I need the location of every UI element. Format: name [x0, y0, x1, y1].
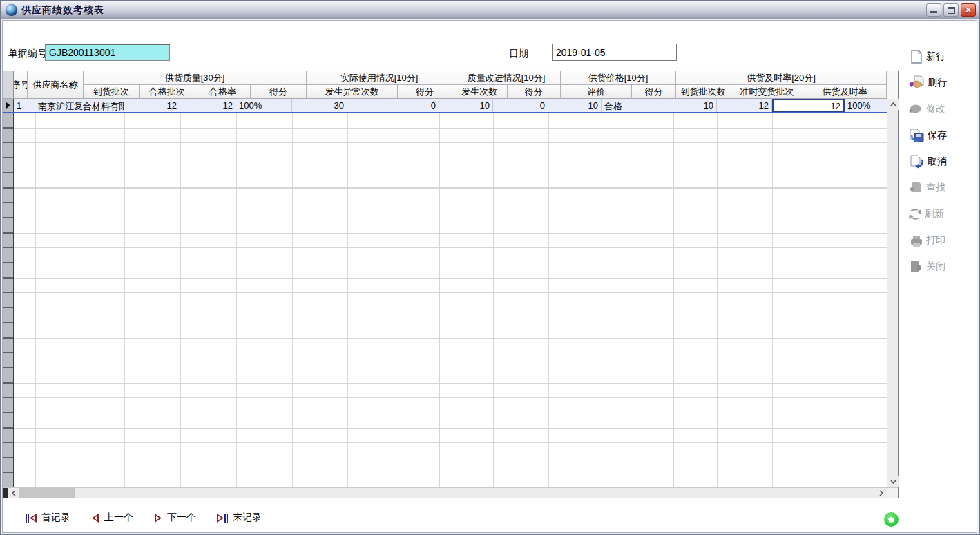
- col-header[interactable]: 准时交货批次: [731, 85, 804, 98]
- pane-splitter[interactable]: [3, 488, 8, 498]
- scroll-up-button[interactable]: [887, 99, 899, 110]
- last-record-button[interactable]: 末记录: [217, 511, 262, 524]
- col-header[interactable]: 得分: [508, 85, 561, 98]
- chevron-up-icon: [890, 102, 896, 106]
- group-label: 供货质量[30分]: [84, 71, 306, 85]
- save-icon: [907, 128, 925, 143]
- group-label: 质量改进情况[10分]: [452, 71, 560, 85]
- col-header[interactable]: 合格批次: [140, 85, 195, 98]
- vertical-scrollbar[interactable]: [887, 71, 898, 487]
- print-icon: [907, 234, 924, 247]
- chevron-left-icon: [12, 490, 16, 496]
- col-header[interactable]: 得分: [251, 85, 306, 98]
- close-icon: ✕: [961, 4, 975, 16]
- scroll-down-button[interactable]: [887, 476, 899, 487]
- new-row-button[interactable]: 新行: [907, 48, 971, 65]
- first-record-button[interactable]: 首记录: [26, 511, 70, 524]
- cell[interactable]: 12: [180, 99, 236, 112]
- delete-row-icon: [907, 75, 925, 91]
- col-header[interactable]: 合格率: [195, 85, 251, 98]
- delete-row-button[interactable]: 删行: [907, 75, 971, 91]
- col-header-supplier[interactable]: 供应商名称: [28, 71, 84, 98]
- col-header[interactable]: 得分: [398, 85, 452, 98]
- first-record-icon: [26, 514, 37, 523]
- maximize-button[interactable]: [943, 3, 959, 17]
- cell[interactable]: 0: [347, 99, 439, 112]
- print-button[interactable]: 打印: [907, 232, 971, 249]
- table-row[interactable]: 1 南京沪江复合材料有限公司 12 12 100% 30 0 10 0 10 合…: [3, 99, 887, 113]
- minimize-button[interactable]: [926, 3, 941, 17]
- next-record-icon: [154, 514, 162, 523]
- confirm-green-icon[interactable]: [884, 512, 899, 527]
- record-indicator-column: [3, 113, 14, 487]
- group-label: 供货及时率[20分]: [676, 71, 886, 85]
- col-header[interactable]: 到货批次: [84, 85, 140, 98]
- horizontal-scroll-track[interactable]: [75, 488, 876, 498]
- cell[interactable]: 0: [493, 99, 548, 112]
- cell[interactable]: 10: [439, 99, 493, 112]
- chevron-down-icon: [890, 480, 896, 484]
- close-button[interactable]: ✕: [961, 3, 976, 17]
- group-label: 实际使用情况[10分]: [307, 71, 452, 85]
- last-record-icon: [217, 514, 228, 523]
- find-icon: [907, 180, 924, 196]
- col-header[interactable]: 发生次数: [452, 85, 508, 98]
- group-label: 供货价格[10分]: [561, 71, 675, 85]
- selected-cell[interactable]: 12: [772, 99, 845, 112]
- cancel-button[interactable]: 取消: [907, 153, 971, 170]
- group-improvement: 质量改进情况[10分] 发生次数 得分: [452, 71, 561, 98]
- scroll-right-button[interactable]: [876, 488, 887, 498]
- cell[interactable]: 100%: [236, 99, 292, 112]
- doc-number-input[interactable]: [45, 44, 170, 61]
- cancel-icon: [907, 154, 925, 169]
- col-header[interactable]: 得分: [632, 85, 675, 98]
- record-navigator: 首记录 上一个 下一个: [3, 507, 899, 528]
- modify-icon: [907, 102, 924, 116]
- scroll-left-button[interactable]: [8, 488, 19, 498]
- next-record-button[interactable]: 下一个: [154, 511, 196, 524]
- vertical-scroll-track[interactable]: [887, 110, 898, 476]
- grid-header: 序号 供应商名称 供货质量[30分] 到货批次 合格批次 合格率 得分: [3, 71, 887, 99]
- col-header[interactable]: 发生异常次数: [307, 85, 398, 98]
- col-header[interactable]: 到货批次数: [676, 85, 731, 98]
- previous-record-icon: [91, 514, 99, 523]
- col-header[interactable]: 供货及时率: [803, 85, 886, 98]
- refresh-icon: [907, 207, 923, 222]
- horizontal-scrollbar[interactable]: [3, 487, 898, 498]
- cell[interactable]: 12: [124, 99, 180, 112]
- group-quality: 供货质量[30分] 到货批次 合格批次 合格率 得分: [84, 71, 307, 98]
- grid-body: 1 南京沪江复合材料有限公司 12 12 100% 30 0 10 0 10 合…: [3, 99, 887, 487]
- date-label: 日期: [509, 48, 528, 60]
- date-input[interactable]: [552, 44, 677, 61]
- cell-seq[interactable]: 1: [14, 99, 35, 112]
- cell[interactable]: 10: [548, 99, 602, 112]
- current-row-indicator: [3, 99, 14, 112]
- app-window: 供应商绩效考核表 ✕ 单据编号 日期 序号 供应商名称: [0, 0, 980, 535]
- horizontal-scroll-thumb[interactable]: [19, 488, 75, 498]
- col-header-seq[interactable]: 序号: [14, 71, 28, 98]
- previous-record-button[interactable]: 上一个: [91, 511, 133, 524]
- cell[interactable]: 100%: [845, 99, 887, 112]
- minimize-icon: [930, 11, 937, 13]
- find-button[interactable]: 查找: [907, 180, 971, 196]
- cell[interactable]: 12: [717, 99, 772, 112]
- cell-supplier[interactable]: 南京沪江复合材料有限公司: [35, 99, 124, 112]
- col-header[interactable]: 评价: [561, 85, 632, 98]
- save-button[interactable]: 保存: [907, 127, 971, 144]
- modify-button[interactable]: 修改: [907, 101, 971, 118]
- group-usage: 实际使用情况[10分] 发生异常次数 得分: [307, 71, 452, 98]
- group-ontime: 供货及时率[20分] 到货批次数 准时交货批次 供货及时率: [676, 71, 887, 98]
- refresh-button[interactable]: 刷新: [907, 206, 971, 223]
- chevron-right-icon: [879, 490, 883, 496]
- maximize-icon: [948, 7, 955, 14]
- content-panel: 单据编号 日期 序号 供应商名称 供货质量[30分] 到货批次: [2, 20, 977, 533]
- cell[interactable]: 30: [292, 99, 347, 112]
- supplier-grid: 序号 供应商名称 供货质量[30分] 到货批次 合格批次 合格率 得分: [3, 71, 899, 498]
- cell[interactable]: 10: [673, 99, 717, 112]
- empty-grid-rows: [14, 113, 887, 487]
- app-globe-icon: [6, 4, 17, 16]
- cell[interactable]: 合格: [602, 99, 673, 112]
- window-title: 供应商绩效考核表: [21, 4, 104, 17]
- close-form-button[interactable]: 关闭: [907, 259, 971, 275]
- indicator-header-cell: [3, 71, 14, 98]
